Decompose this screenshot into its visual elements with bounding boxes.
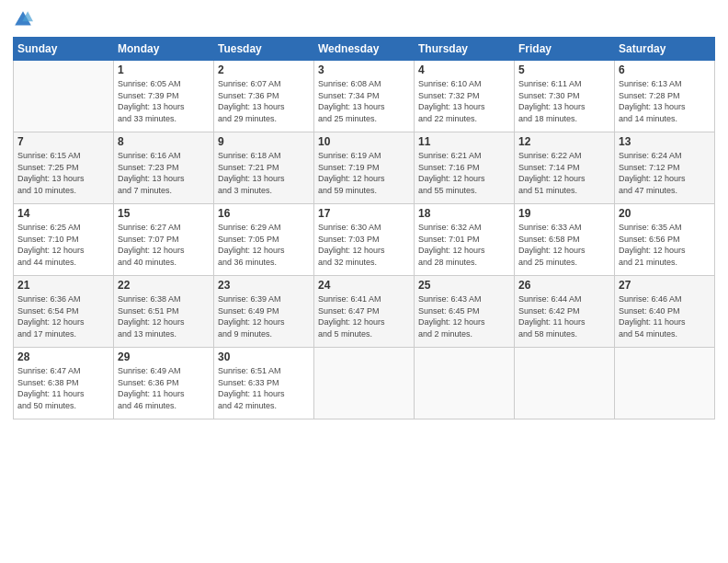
day-header-monday: Monday xyxy=(114,38,214,61)
day-info: Sunrise: 6:44 AM Sunset: 6:42 PM Dayligh… xyxy=(518,293,610,339)
day-header-thursday: Thursday xyxy=(415,38,515,61)
day-info: Sunrise: 6:07 AM Sunset: 7:36 PM Dayligh… xyxy=(218,78,310,124)
day-info: Sunrise: 6:05 AM Sunset: 7:39 PM Dayligh… xyxy=(118,78,210,124)
calendar-cell: 4Sunrise: 6:10 AM Sunset: 7:32 PM Daylig… xyxy=(415,61,515,132)
calendar-cell: 5Sunrise: 6:11 AM Sunset: 7:30 PM Daylig… xyxy=(515,61,615,132)
day-info: Sunrise: 6:21 AM Sunset: 7:16 PM Dayligh… xyxy=(418,150,510,196)
day-info: Sunrise: 6:25 AM Sunset: 7:10 PM Dayligh… xyxy=(17,222,109,268)
day-number: 4 xyxy=(418,63,510,76)
day-info: Sunrise: 6:49 AM Sunset: 6:36 PM Dayligh… xyxy=(118,365,210,411)
day-number: 7 xyxy=(17,135,109,148)
calendar: SundayMondayTuesdayWednesdayThursdayFrid… xyxy=(13,37,715,419)
calendar-cell: 14Sunrise: 6:25 AM Sunset: 7:10 PM Dayli… xyxy=(14,204,114,276)
day-info: Sunrise: 6:10 AM Sunset: 7:32 PM Dayligh… xyxy=(418,78,510,124)
calendar-cell: 22Sunrise: 6:38 AM Sunset: 6:51 PM Dayli… xyxy=(114,276,214,348)
day-header-wednesday: Wednesday xyxy=(314,38,415,61)
day-info: Sunrise: 6:22 AM Sunset: 7:14 PM Dayligh… xyxy=(518,150,610,196)
day-number: 5 xyxy=(518,63,610,76)
calendar-cell: 2Sunrise: 6:07 AM Sunset: 7:36 PM Daylig… xyxy=(214,61,314,132)
day-info: Sunrise: 6:16 AM Sunset: 7:23 PM Dayligh… xyxy=(118,150,210,196)
calendar-cell xyxy=(615,348,715,419)
day-number: 28 xyxy=(17,350,109,363)
day-header-sunday: Sunday xyxy=(14,38,114,61)
calendar-cell: 16Sunrise: 6:29 AM Sunset: 7:05 PM Dayli… xyxy=(214,204,314,276)
day-number: 8 xyxy=(118,135,210,148)
day-header-tuesday: Tuesday xyxy=(214,38,314,61)
calendar-cell: 27Sunrise: 6:46 AM Sunset: 6:40 PM Dayli… xyxy=(615,276,715,348)
day-info: Sunrise: 6:19 AM Sunset: 7:19 PM Dayligh… xyxy=(318,150,410,196)
day-info: Sunrise: 6:24 AM Sunset: 7:12 PM Dayligh… xyxy=(619,150,711,196)
day-number: 17 xyxy=(318,207,410,220)
calendar-cell: 7Sunrise: 6:15 AM Sunset: 7:25 PM Daylig… xyxy=(14,132,114,204)
calendar-cell: 9Sunrise: 6:18 AM Sunset: 7:21 PM Daylig… xyxy=(214,132,314,204)
day-info: Sunrise: 6:18 AM Sunset: 7:21 PM Dayligh… xyxy=(218,150,310,196)
calendar-cell: 11Sunrise: 6:21 AM Sunset: 7:16 PM Dayli… xyxy=(415,132,515,204)
day-number: 24 xyxy=(318,279,410,292)
day-info: Sunrise: 6:41 AM Sunset: 6:47 PM Dayligh… xyxy=(318,293,410,339)
calendar-cell: 23Sunrise: 6:39 AM Sunset: 6:49 PM Dayli… xyxy=(214,276,314,348)
day-number: 26 xyxy=(518,279,610,292)
day-number: 23 xyxy=(218,279,310,292)
calendar-cell: 18Sunrise: 6:32 AM Sunset: 7:01 PM Dayli… xyxy=(415,204,515,276)
day-number: 19 xyxy=(518,207,610,220)
calendar-cell: 20Sunrise: 6:35 AM Sunset: 6:56 PM Dayli… xyxy=(615,204,715,276)
day-number: 20 xyxy=(619,207,711,220)
day-number: 18 xyxy=(418,207,510,220)
calendar-cell: 26Sunrise: 6:44 AM Sunset: 6:42 PM Dayli… xyxy=(515,276,615,348)
day-info: Sunrise: 6:33 AM Sunset: 6:58 PM Dayligh… xyxy=(518,222,610,268)
day-number: 21 xyxy=(17,279,109,292)
calendar-cell: 15Sunrise: 6:27 AM Sunset: 7:07 PM Dayli… xyxy=(114,204,214,276)
logo-icon xyxy=(13,9,33,29)
day-info: Sunrise: 6:35 AM Sunset: 6:56 PM Dayligh… xyxy=(619,222,711,268)
calendar-cell: 6Sunrise: 6:13 AM Sunset: 7:28 PM Daylig… xyxy=(615,61,715,132)
calendar-cell: 25Sunrise: 6:43 AM Sunset: 6:45 PM Dayli… xyxy=(415,276,515,348)
day-info: Sunrise: 6:39 AM Sunset: 6:49 PM Dayligh… xyxy=(218,293,310,339)
day-number: 1 xyxy=(118,63,210,76)
day-info: Sunrise: 6:47 AM Sunset: 6:38 PM Dayligh… xyxy=(17,365,109,411)
day-number: 15 xyxy=(118,207,210,220)
day-number: 3 xyxy=(318,63,410,76)
day-info: Sunrise: 6:13 AM Sunset: 7:28 PM Dayligh… xyxy=(619,78,711,124)
calendar-cell: 12Sunrise: 6:22 AM Sunset: 7:14 PM Dayli… xyxy=(515,132,615,204)
calendar-cell: 8Sunrise: 6:16 AM Sunset: 7:23 PM Daylig… xyxy=(114,132,214,204)
calendar-cell: 13Sunrise: 6:24 AM Sunset: 7:12 PM Dayli… xyxy=(615,132,715,204)
day-info: Sunrise: 6:29 AM Sunset: 7:05 PM Dayligh… xyxy=(218,222,310,268)
day-info: Sunrise: 6:30 AM Sunset: 7:03 PM Dayligh… xyxy=(318,222,410,268)
day-number: 16 xyxy=(218,207,310,220)
day-info: Sunrise: 6:38 AM Sunset: 6:51 PM Dayligh… xyxy=(118,293,210,339)
day-info: Sunrise: 6:11 AM Sunset: 7:30 PM Dayligh… xyxy=(518,78,610,124)
day-number: 25 xyxy=(418,279,510,292)
day-header-friday: Friday xyxy=(515,38,615,61)
calendar-cell: 24Sunrise: 6:41 AM Sunset: 6:47 PM Dayli… xyxy=(314,276,415,348)
day-number: 12 xyxy=(518,135,610,148)
day-info: Sunrise: 6:27 AM Sunset: 7:07 PM Dayligh… xyxy=(118,222,210,268)
calendar-cell: 10Sunrise: 6:19 AM Sunset: 7:19 PM Dayli… xyxy=(314,132,415,204)
day-info: Sunrise: 6:43 AM Sunset: 6:45 PM Dayligh… xyxy=(418,293,510,339)
calendar-cell xyxy=(314,348,415,419)
calendar-cell xyxy=(415,348,515,419)
day-number: 27 xyxy=(619,279,711,292)
day-number: 10 xyxy=(318,135,410,148)
day-number: 9 xyxy=(218,135,310,148)
day-number: 29 xyxy=(118,350,210,363)
calendar-cell xyxy=(14,61,114,132)
day-info: Sunrise: 6:36 AM Sunset: 6:54 PM Dayligh… xyxy=(17,293,109,339)
calendar-cell: 30Sunrise: 6:51 AM Sunset: 6:33 PM Dayli… xyxy=(214,348,314,419)
calendar-cell: 29Sunrise: 6:49 AM Sunset: 6:36 PM Dayli… xyxy=(114,348,214,419)
day-info: Sunrise: 6:46 AM Sunset: 6:40 PM Dayligh… xyxy=(619,293,711,339)
day-number: 30 xyxy=(218,350,310,363)
day-info: Sunrise: 6:15 AM Sunset: 7:25 PM Dayligh… xyxy=(17,150,109,196)
day-info: Sunrise: 6:08 AM Sunset: 7:34 PM Dayligh… xyxy=(318,78,410,124)
calendar-cell: 17Sunrise: 6:30 AM Sunset: 7:03 PM Dayli… xyxy=(314,204,415,276)
day-number: 14 xyxy=(17,207,109,220)
day-number: 22 xyxy=(118,279,210,292)
day-number: 6 xyxy=(619,63,711,76)
calendar-cell: 19Sunrise: 6:33 AM Sunset: 6:58 PM Dayli… xyxy=(515,204,615,276)
calendar-cell: 21Sunrise: 6:36 AM Sunset: 6:54 PM Dayli… xyxy=(14,276,114,348)
calendar-cell xyxy=(515,348,615,419)
day-info: Sunrise: 6:32 AM Sunset: 7:01 PM Dayligh… xyxy=(418,222,510,268)
calendar-cell: 28Sunrise: 6:47 AM Sunset: 6:38 PM Dayli… xyxy=(14,348,114,419)
day-number: 13 xyxy=(619,135,711,148)
calendar-cell: 3Sunrise: 6:08 AM Sunset: 7:34 PM Daylig… xyxy=(314,61,415,132)
day-header-saturday: Saturday xyxy=(615,38,715,61)
